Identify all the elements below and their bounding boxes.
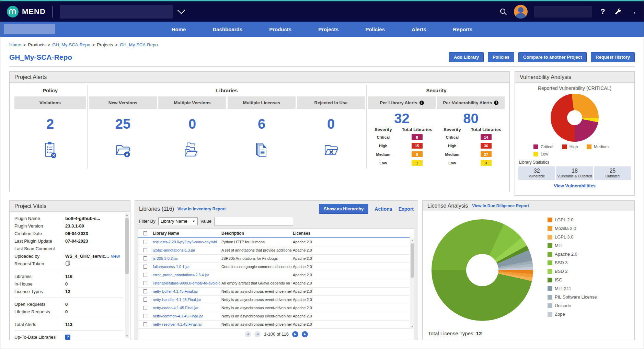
severity-count-badge[interactable]: 8 bbox=[412, 134, 423, 140]
row-checkbox[interactable] bbox=[143, 265, 147, 269]
alert-tab-multiple-licenses[interactable]: Multiple Licenses bbox=[228, 96, 296, 109]
actions-link[interactable]: Actions bbox=[375, 206, 392, 212]
nav-item-alerts[interactable]: Alerts bbox=[412, 26, 426, 32]
add-library-button[interactable]: Add Library bbox=[449, 52, 484, 62]
user-avatar[interactable] bbox=[514, 5, 528, 19]
help-icon[interactable]: ? bbox=[65, 335, 70, 340]
scrollbar-thumb[interactable] bbox=[411, 243, 414, 278]
pagination-next-button[interactable]: ▶ bbox=[292, 331, 298, 337]
library-name-link[interactable]: netty-codec-4.1.45.Final.jar bbox=[153, 306, 198, 310]
vulnerability-donut-chart[interactable] bbox=[551, 94, 599, 142]
view-in-due-diligence-report-link[interactable]: View In Due Diligence Report bbox=[472, 203, 529, 208]
severity-count-badge[interactable]: 14 bbox=[481, 134, 492, 140]
row-checkbox[interactable] bbox=[143, 273, 147, 277]
search-icon[interactable] bbox=[499, 7, 508, 16]
nav-item-policies[interactable]: Policies bbox=[365, 26, 385, 32]
library-name-link[interactable]: listenablefuture-9999.0-empty-to-avoid-c… bbox=[153, 281, 220, 285]
breadcrumb-item-gh-my-sca-repo-2[interactable]: GH_My-SCA-Repo bbox=[52, 42, 90, 47]
library-name-link[interactable]: netty-buffer-4.1.45.Final.jar bbox=[153, 289, 198, 293]
alert-count-multiple-versions[interactable]: 0 bbox=[158, 116, 226, 132]
nav-item-projects[interactable]: Projects bbox=[318, 26, 338, 32]
view-vulnerabilities-link[interactable]: View Vulnerabilities bbox=[515, 183, 634, 188]
library-name-link[interactable]: error_prone_annotations-2.3.4.jar bbox=[153, 273, 209, 277]
compare-to-another-project-button[interactable]: Compare to another Project bbox=[518, 52, 587, 62]
pagination-last-button[interactable]: ▶ bbox=[302, 331, 308, 337]
alert-tab-new-versions[interactable]: New Versions bbox=[89, 96, 157, 109]
nav-item-dashboards[interactable]: Dashboards bbox=[212, 26, 242, 32]
library-name-link[interactable]: netty-handler-4.1.45.Final.jar bbox=[153, 298, 201, 302]
severity-count-badge[interactable]: 15 bbox=[412, 143, 423, 149]
copy-icon[interactable] bbox=[65, 260, 70, 267]
alert-count-rejected-in-use[interactable]: 0 bbox=[297, 116, 365, 132]
alert-tab-multiple-versions[interactable]: Multiple Versions bbox=[158, 96, 226, 109]
severity-count-badge[interactable]: 8 bbox=[412, 151, 423, 157]
column-header-licenses[interactable]: Licenses bbox=[291, 229, 410, 238]
alert-count-violations[interactable]: 2 bbox=[14, 116, 86, 132]
nav-item-reports[interactable]: Reports bbox=[453, 26, 473, 32]
security-tab-per-vulnerability-alerts[interactable]: Per-Vulnerability Alertsi bbox=[437, 96, 505, 109]
nav-item-home[interactable]: Home bbox=[172, 26, 186, 32]
library-name-link[interactable]: j2objc-annotations-1.3.jar bbox=[153, 248, 195, 252]
severity-count-badge[interactable]: 36 bbox=[481, 143, 492, 149]
organization-selector[interactable] bbox=[60, 5, 184, 19]
row-checkbox[interactable] bbox=[143, 289, 147, 293]
scroll-up-icon[interactable]: ▲ bbox=[410, 239, 414, 243]
redacted-username[interactable] bbox=[534, 6, 592, 18]
library-name-link[interactable]: requests-2.20.0-py2.py3-none-any.whl bbox=[153, 240, 217, 244]
security-total-per-library-alerts[interactable]: 32 bbox=[368, 111, 436, 126]
project-vitals-scrollbar[interactable]: ▲ ▼ bbox=[125, 213, 129, 338]
scrollbar-thumb[interactable] bbox=[125, 218, 129, 274]
scroll-down-icon[interactable]: ▼ bbox=[410, 325, 414, 329]
view-in-inventory-report-link[interactable]: View In Inventory Report bbox=[177, 207, 226, 211]
pagination-prev-button[interactable]: ◀ bbox=[254, 331, 261, 337]
security-total-per-vulnerability-alerts[interactable]: 80 bbox=[437, 111, 505, 126]
severity-count-badge[interactable]: 3 bbox=[481, 160, 492, 166]
info-icon[interactable]: i bbox=[419, 101, 424, 105]
pagination-first-button[interactable]: ◀ bbox=[245, 331, 251, 337]
security-tab-per-library-alerts[interactable]: Per-Library Alertsi bbox=[368, 96, 436, 109]
row-checkbox[interactable] bbox=[143, 240, 147, 244]
request-history-button[interactable]: Request History bbox=[591, 52, 635, 62]
nav-item-products[interactable]: Products bbox=[269, 26, 291, 32]
select-all-checkbox[interactable] bbox=[143, 231, 147, 235]
severity-count-badge[interactable]: 1 bbox=[412, 160, 423, 166]
row-checkbox[interactable] bbox=[143, 281, 147, 285]
library-name-link[interactable]: failureaccess-1.0.1.jar bbox=[153, 265, 190, 269]
row-checkbox[interactable] bbox=[143, 322, 147, 326]
scroll-up-icon[interactable]: ▲ bbox=[125, 213, 129, 217]
library-name-link[interactable]: netty-resolver-4.1.45.Final.jar bbox=[153, 322, 202, 326]
alert-tab-violations[interactable]: Violations bbox=[14, 96, 86, 109]
info-icon[interactable]: i bbox=[494, 101, 498, 105]
row-checkbox[interactable] bbox=[143, 298, 147, 302]
filter-value-input[interactable] bbox=[214, 217, 293, 225]
column-header-description[interactable]: Description bbox=[220, 229, 291, 238]
alert-tab-rejected-in-use[interactable]: Rejected In Use bbox=[297, 96, 365, 109]
alert-count-new-versions[interactable]: 25 bbox=[89, 116, 157, 132]
library-name-link[interactable]: jsr305-3.0.2.jar bbox=[153, 256, 178, 260]
column-header-library-name[interactable]: Library Name bbox=[151, 229, 220, 238]
severity-count-badge[interactable]: 27 bbox=[481, 151, 492, 157]
export-link[interactable]: Export bbox=[399, 206, 414, 212]
filter-field-select[interactable]: Library Name ▼ bbox=[158, 217, 198, 225]
logout-icon[interactable]: → bbox=[629, 7, 637, 16]
stat-box-outdated[interactable]: 25Outdated bbox=[594, 166, 631, 180]
row-checkbox[interactable] bbox=[143, 256, 147, 260]
show-as-hierarchy-button[interactable]: Show as Hierarchy bbox=[319, 204, 368, 214]
license-donut-chart[interactable] bbox=[432, 219, 533, 321]
alert-count-multiple-licenses[interactable]: 6 bbox=[228, 116, 296, 132]
help-icon[interactable]: ? bbox=[598, 7, 607, 16]
row-checkbox[interactable] bbox=[143, 248, 147, 252]
settings-wrench-icon[interactable] bbox=[613, 7, 622, 16]
library-name-link[interactable]: netty-common-4.1.45.Final.jar bbox=[153, 314, 203, 318]
policies-button[interactable]: Policies bbox=[488, 52, 514, 62]
libraries-table-scrollbar[interactable]: ▲ ▼ bbox=[410, 239, 414, 329]
scroll-down-icon[interactable]: ▼ bbox=[125, 334, 129, 338]
view-link[interactable]: view bbox=[111, 254, 120, 259]
mend-logo[interactable]: MEND bbox=[7, 5, 46, 18]
stat-box-vulnerable-outdated[interactable]: 18Vulnerable & Outdated bbox=[556, 166, 593, 180]
row-checkbox[interactable] bbox=[143, 314, 147, 318]
row-checkbox[interactable] bbox=[143, 306, 147, 310]
stat-box-vulnerable[interactable]: 32Vulnerable bbox=[518, 166, 555, 180]
breadcrumb-item-home-0[interactable]: Home bbox=[9, 42, 21, 47]
breadcrumb-item-gh-my-sca-repo-4[interactable]: GH_My-SCA-Repo bbox=[120, 42, 158, 47]
